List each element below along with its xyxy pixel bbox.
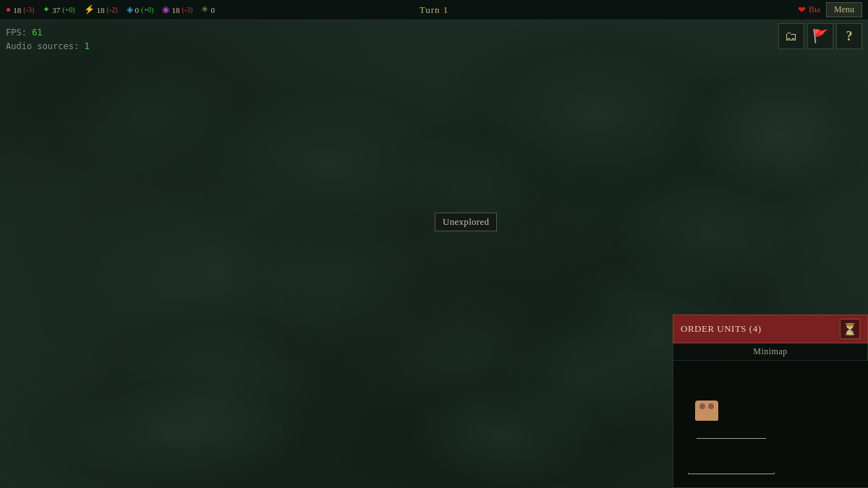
- audio-sources-label: Audio sources:: [6, 41, 79, 51]
- flag-icon[interactable]: 🚩: [807, 23, 833, 49]
- help-icon[interactable]: ?: [836, 23, 862, 49]
- menu-button[interactable]: Menu: [826, 2, 862, 17]
- order-units-header[interactable]: Order Units (4) ⏳: [673, 314, 868, 343]
- fps-value: 61: [32, 27, 42, 38]
- top-right-controls: ❤ Вы Menu: [798, 2, 862, 17]
- resource-change-2: (-2): [107, 6, 118, 14]
- debug-info: FPS: 61 Audio sources: 1: [6, 26, 90, 53]
- resource-value-4: 18: [171, 6, 179, 14]
- minimap-label: Minimap: [673, 343, 867, 361]
- resource-value-5: 0: [210, 6, 215, 14]
- unit-sprite: [695, 401, 718, 421]
- top-bar: ● 18 (-3) ✦ 37 (+0) ⚡ 18 (-2) ◈ 0 (+0) ◉…: [0, 0, 868, 20]
- resource-change-4: (-3): [182, 6, 192, 14]
- resource-item-3: ◈ 0 (+0): [127, 4, 154, 15]
- resource-icon-4: ◉: [162, 4, 169, 15]
- resource-item-1: ✦ 37 (+0): [43, 4, 75, 15]
- audio-sources-value: 1: [84, 41, 89, 51]
- resource-change-3: (+0): [141, 6, 153, 14]
- resource-value-0: 18: [13, 6, 21, 14]
- resources-container: ● 18 (-3) ✦ 37 (+0) ⚡ 18 (-2) ◈ 0 (+0) ◉…: [6, 4, 798, 15]
- minimap-section: Minimap: [673, 343, 868, 488]
- fps-label: FPS:: [6, 27, 27, 38]
- resource-icon-5: ✳: [201, 4, 208, 15]
- minimap-viewport: [688, 438, 775, 474]
- resource-icon-0: ●: [6, 4, 11, 15]
- minimap-view[interactable]: [673, 361, 868, 487]
- icon-buttons-container: 🗂 🚩 ?: [778, 23, 862, 49]
- resource-icon-2: ⚡: [84, 4, 95, 15]
- resource-item-2: ⚡ 18 (-2): [84, 4, 118, 15]
- order-units-title: Order Units (4): [681, 323, 762, 335]
- layers-icon[interactable]: 🗂: [778, 23, 804, 49]
- turn-indicator: Turn 1: [420, 4, 449, 16]
- resource-icon-1: ✦: [43, 4, 50, 15]
- resource-item-5: ✳ 0: [201, 4, 215, 15]
- right-panel: Order Units (4) ⏳ Minimap: [673, 314, 868, 488]
- player-label: Вы: [809, 4, 820, 15]
- hourglass-icon[interactable]: ⏳: [840, 319, 860, 339]
- resource-change-0: (-3): [23, 6, 34, 14]
- player-indicator: ❤ Вы: [798, 4, 820, 16]
- resource-icon-3: ◈: [127, 4, 133, 15]
- heart-icon: ❤: [798, 4, 806, 16]
- hourglass-symbol: ⏳: [843, 322, 857, 336]
- resource-value-3: 0: [135, 6, 140, 14]
- resource-item-4: ◉ 18 (-3): [162, 4, 192, 15]
- resource-item-0: ● 18 (-3): [6, 4, 34, 15]
- resource-change-1: (+0): [62, 6, 75, 14]
- resource-value-2: 18: [97, 6, 105, 14]
- minimap-unit: [695, 401, 724, 422]
- resource-value-1: 37: [52, 6, 60, 14]
